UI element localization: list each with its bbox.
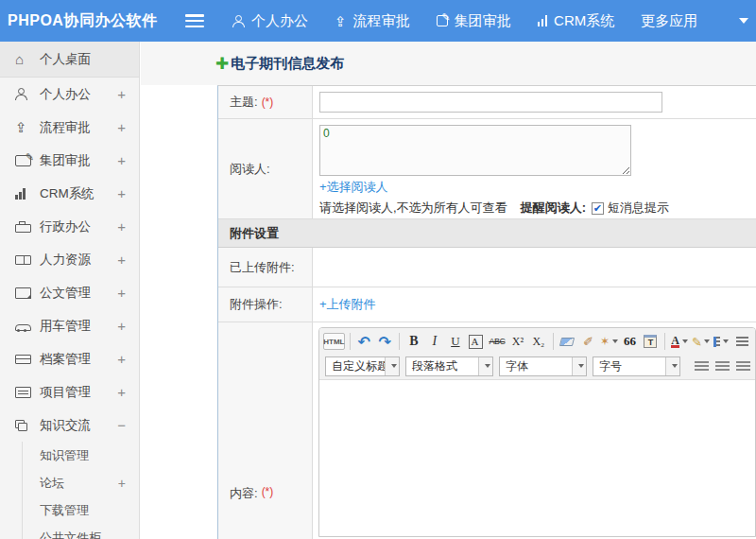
upload-attachment-link[interactable]: +上传附件	[319, 296, 376, 313]
nav-personal-office[interactable]: 个人办公	[232, 12, 308, 30]
highlight-color-icon[interactable]: ✐	[691, 331, 710, 352]
auto-typeset-icon[interactable]: ✶	[599, 331, 618, 352]
edit-icon	[15, 155, 31, 166]
archive-icon	[15, 355, 31, 364]
italic-button[interactable]: I	[425, 331, 444, 352]
align-left-icon[interactable]	[692, 356, 711, 376]
nav-workflow-approval[interactable]: ⇪ 流程审批	[335, 12, 410, 30]
edit-icon	[437, 15, 448, 26]
top-navigation: 个人办公 ⇪ 流程审批 集团审批 CRM系统 更多应用	[232, 12, 748, 30]
sidebar-item-personal-office[interactable]: 个人办公 +	[0, 78, 139, 111]
sidebar-item-desktop[interactable]: ⌂ 个人桌面	[0, 42, 139, 78]
caret-down-icon[interactable]	[739, 18, 748, 24]
html-source-button[interactable]: HTML	[323, 333, 345, 350]
uploaded-attachments-value	[313, 248, 756, 287]
chart-icon	[15, 188, 31, 200]
sidebar-item-admin-office[interactable]: 行政办公 +	[0, 210, 139, 243]
sidebar-item-hr[interactable]: 人力资源 +	[0, 243, 139, 276]
sidebar-item-document-mgmt[interactable]: 公文管理 +	[0, 276, 139, 309]
expand-plus[interactable]: +	[117, 318, 126, 334]
document-icon	[15, 287, 31, 299]
bold-button[interactable]: B	[404, 331, 423, 352]
expand-plus[interactable]: +	[117, 351, 126, 367]
select-readers-link[interactable]: +选择阅读人	[319, 179, 388, 196]
main-content: ✚ 电子期刊信息发布 主题: (*) 阅读人: 0 +选择阅读人 请选择阅读人,…	[141, 42, 756, 539]
required-mark: (*)	[262, 485, 274, 498]
readers-note: 请选择阅读人,不选为所有人可查看 提醒阅读人: ✔ 短消息提示	[319, 200, 756, 217]
hamburger-menu-icon[interactable]	[185, 14, 204, 27]
person-icon	[232, 15, 245, 27]
blockquote-button[interactable]: 66	[620, 331, 639, 352]
chevron-down-icon	[478, 357, 492, 375]
expand-plus[interactable]: +	[117, 185, 126, 201]
collapse-minus[interactable]: −	[117, 417, 126, 433]
sidebar-subitem-forum[interactable]: 论坛 +	[23, 469, 139, 496]
custom-title-select[interactable]: 自定义标题	[325, 356, 400, 376]
sms-checkbox[interactable]: ✔	[592, 202, 604, 215]
knowledge-submenu: 知识管理 论坛 + 下载管理 公共文件柜	[22, 442, 139, 539]
expand-plus[interactable]: +	[117, 285, 126, 301]
home-icon: ⌂	[15, 52, 31, 66]
border-text-button[interactable]: A	[467, 331, 486, 352]
readers-textarea[interactable]: 0	[319, 125, 631, 176]
content-label: 内容: (*)	[218, 322, 313, 539]
flow-icon: ⇪	[15, 120, 31, 134]
expand-plus[interactable]: +	[117, 86, 126, 102]
subscript-button[interactable]: X₂	[529, 331, 548, 352]
app-title: PHPOA协同办公软件	[0, 11, 185, 31]
nav-crm-system[interactable]: CRM系统	[538, 12, 615, 30]
sidebar-item-knowledge-exchange[interactable]: 知识交流 −	[0, 409, 139, 442]
expand-plus[interactable]: +	[117, 152, 126, 168]
sidebar-item-project-mgmt[interactable]: 项目管理 +	[0, 375, 139, 409]
sidebar-subitem-download-mgmt[interactable]: 下载管理	[23, 496, 139, 524]
sidebar-item-vehicle-mgmt[interactable]: 用车管理 +	[0, 309, 139, 342]
expand-plus[interactable]: +	[117, 384, 126, 400]
sidebar-item-archive-mgmt[interactable]: 档案管理 +	[0, 342, 139, 375]
attachment-operation-row: 附件操作: +上传附件	[218, 287, 756, 322]
car-icon	[15, 324, 31, 331]
nav-group-approval[interactable]: 集团审批	[437, 12, 511, 30]
nav-more-apps[interactable]: 更多应用	[641, 12, 697, 30]
sidebar-item-group-approval[interactable]: 集团审批 +	[0, 144, 139, 177]
expand-plus[interactable]: +	[117, 218, 126, 235]
undo-icon[interactable]: ↶	[354, 331, 373, 352]
chat-icon	[15, 420, 31, 431]
sidebar-item-crm[interactable]: CRM系统 +	[0, 177, 139, 210]
chevron-down-icon	[665, 357, 679, 375]
eraser-icon[interactable]	[558, 331, 576, 352]
sidebar-subitem-public-cabinet[interactable]: 公共文件柜	[23, 524, 139, 539]
underline-button[interactable]: U	[446, 331, 465, 352]
redo-icon[interactable]: ↷	[375, 331, 394, 352]
format-brush-icon[interactable]: ✐	[578, 331, 597, 352]
expand-plus[interactable]: +	[118, 476, 126, 491]
expand-plus[interactable]: +	[117, 252, 126, 268]
strikethrough-button[interactable]: ABC	[488, 331, 507, 352]
superscript-button[interactable]: X²	[508, 331, 527, 352]
expand-plus[interactable]: +	[117, 119, 126, 135]
required-mark: (*)	[262, 96, 274, 109]
attachment-section-header: 附件设置	[218, 219, 756, 248]
unordered-list-icon[interactable]	[732, 331, 751, 352]
font-size-select[interactable]: 字号	[593, 356, 680, 376]
font-color-button[interactable]: A	[670, 331, 689, 352]
toolbar-row-2: 自定义标题 段落格式 字体	[322, 354, 752, 378]
ordered-list-icon[interactable]	[712, 331, 730, 352]
subject-input[interactable]	[319, 92, 662, 113]
readers-row: 阅读人: 0 +选择阅读人 请选择阅读人,不选为所有人可查看 提醒阅读人: ✔ …	[218, 119, 756, 219]
paste-as-text-icon[interactable]: T	[641, 331, 660, 352]
sidebar-subitem-knowledge-mgmt[interactable]: 知识管理	[23, 442, 139, 469]
align-right-icon[interactable]	[733, 356, 752, 376]
flow-icon: ⇪	[335, 14, 347, 28]
paragraph-format-select[interactable]: 段落格式	[405, 356, 493, 376]
editor-content-area[interactable]	[319, 380, 755, 536]
sidebar-item-workflow-approval[interactable]: ⇪ 流程审批 +	[0, 111, 139, 144]
top-header: PHPOA协同办公软件 个人办公 ⇪ 流程审批 集团审批 CRM系统 更多应用	[0, 0, 756, 42]
toolbar-row-1: HTML ↶ ↷ B I U A ABC X² X₂	[322, 329, 752, 354]
align-center-icon[interactable]	[713, 356, 731, 376]
publish-form: 主题: (*) 阅读人: 0 +选择阅读人 请选择阅读人,不选为所有人可查看 提…	[217, 85, 756, 539]
editor-toolbar: HTML ↶ ↷ B I U A ABC X² X₂	[319, 328, 755, 380]
subject-label: 主题: (*)	[218, 86, 313, 118]
font-family-select[interactable]: 字体	[499, 356, 587, 376]
subject-row: 主题: (*)	[218, 86, 756, 119]
briefcase-icon	[15, 224, 31, 233]
